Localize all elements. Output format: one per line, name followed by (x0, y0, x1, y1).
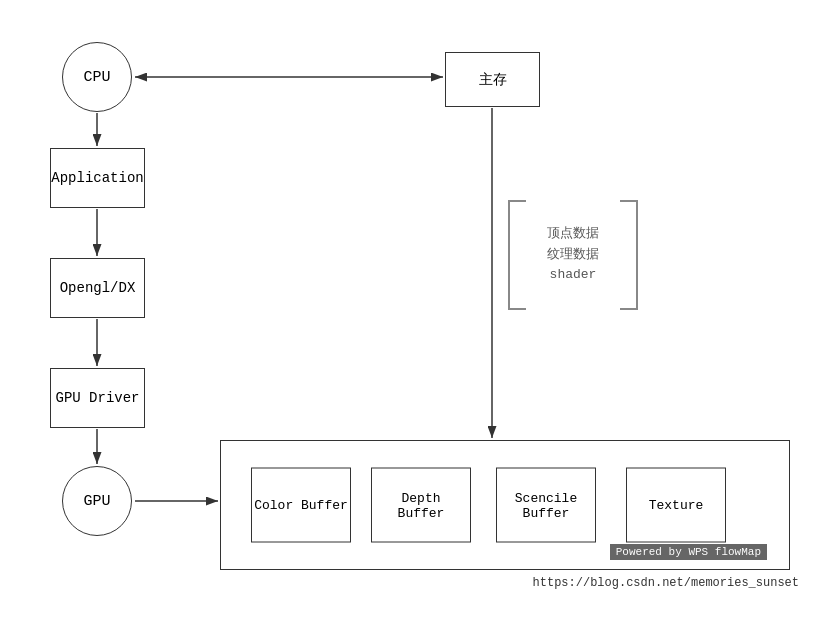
vertex-data-area: 顶点数据 纹理数据 shader (508, 200, 638, 310)
scencile-buffer-node: ScencileBuffer (496, 468, 596, 543)
wps-watermark: Powered by WPS flowMap (610, 544, 767, 560)
gpu-node: GPU (62, 466, 132, 536)
texture-node: Texture (626, 468, 726, 543)
vertex-text: 顶点数据 纹理数据 shader (525, 224, 621, 286)
cpu-label: CPU (83, 69, 110, 86)
watermark-text: Powered by WPS flowMap (616, 546, 761, 558)
diagram-container: CPU 主存 Application Opengl/DX GPU Driver … (0, 0, 829, 632)
color-buffer-label: Color Buffer (254, 498, 348, 513)
url-label: https://blog.csdn.net/memories_sunset (533, 576, 799, 590)
texture-label: Texture (649, 498, 704, 513)
cpu-node: CPU (62, 42, 132, 112)
gpu-driver-label: GPU Driver (55, 390, 139, 406)
opengl-label: Opengl/DX (60, 280, 136, 296)
vertex-line3: shader (550, 267, 597, 282)
color-buffer-node: Color Buffer (251, 468, 351, 543)
scencile-buffer-label: ScencileBuffer (515, 490, 577, 520)
bracket-right (620, 200, 638, 310)
depth-buffer-node: DepthBuffer (371, 468, 471, 543)
url-text: https://blog.csdn.net/memories_sunset (533, 576, 799, 590)
main-memory-label: 主存 (479, 71, 507, 89)
depth-buffer-label: DepthBuffer (398, 490, 445, 520)
gpu-driver-node: GPU Driver (50, 368, 145, 428)
application-node: Application (50, 148, 145, 208)
main-memory-node: 主存 (445, 52, 540, 107)
vertex-line1: 顶点数据 (547, 226, 599, 241)
vertex-line2: 纹理数据 (547, 247, 599, 262)
bracket-left (508, 200, 526, 310)
opengl-node: Opengl/DX (50, 258, 145, 318)
application-label: Application (51, 170, 143, 186)
gpu-label: GPU (83, 493, 110, 510)
